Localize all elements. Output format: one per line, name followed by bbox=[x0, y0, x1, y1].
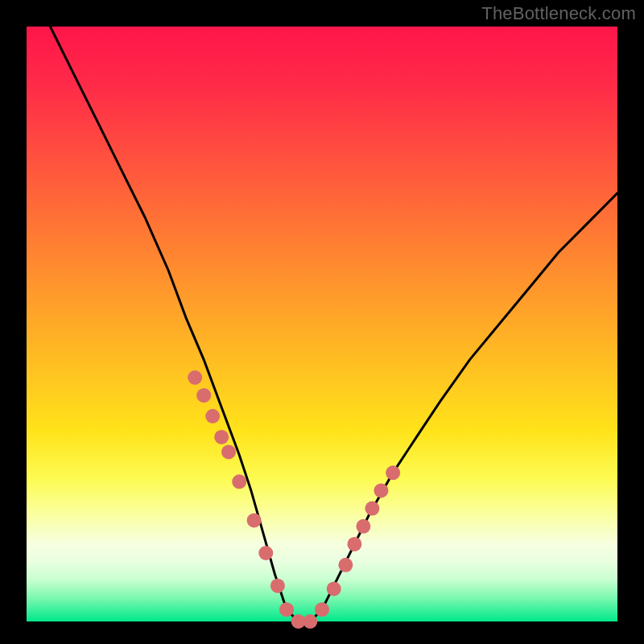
sample-dot bbox=[303, 614, 317, 629]
sample-dot bbox=[188, 370, 202, 385]
sample-dot bbox=[221, 444, 236, 459]
sample-dot bbox=[232, 474, 246, 489]
sample-dot bbox=[279, 602, 294, 617]
sample-dot bbox=[356, 519, 370, 534]
sample-dot bbox=[347, 537, 361, 551]
sample-dot bbox=[338, 558, 353, 572]
sample-dot bbox=[374, 483, 388, 497]
sample-dot bbox=[365, 502, 379, 516]
sample-dot bbox=[327, 581, 341, 596]
sample-dot bbox=[270, 579, 285, 593]
plot-area bbox=[27, 27, 617, 621]
attribution-label: TheBottleneck.com bbox=[481, 3, 636, 24]
chart-frame: TheBottleneck.com bbox=[0, 0, 644, 644]
sample-dot bbox=[247, 513, 262, 527]
sample-dot bbox=[315, 602, 329, 617]
sample-dot bbox=[386, 465, 400, 480]
sample-dot bbox=[258, 546, 273, 560]
sample-dot bbox=[214, 430, 229, 444]
sample-dot bbox=[196, 388, 211, 402]
chart-svg bbox=[0, 0, 644, 644]
sample-dot bbox=[205, 409, 220, 423]
